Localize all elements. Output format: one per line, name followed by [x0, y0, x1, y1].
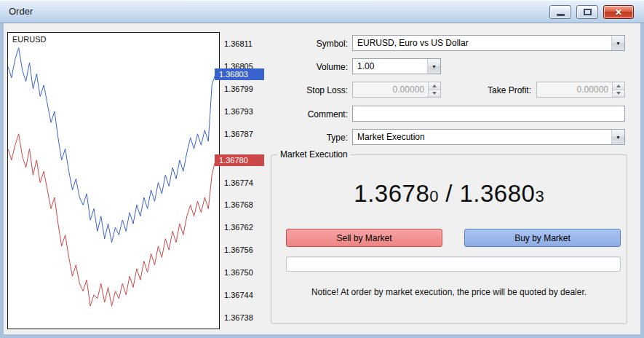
take-profit-label: Take Profit:	[453, 84, 531, 96]
spinner-up-icon	[616, 84, 621, 87]
comment-label: Comment:	[269, 109, 348, 120]
stop-loss-up-button[interactable]	[429, 82, 440, 90]
spinner-up-icon	[432, 84, 437, 87]
price-axis-label: 1.36756	[224, 245, 253, 255]
window-frame-left	[0, 23, 4, 338]
volume-dropdown-button[interactable]: ▼	[427, 59, 440, 74]
take-profit-field[interactable]: 0.00000	[536, 82, 625, 98]
volume-select-value: 1.00	[353, 61, 427, 71]
bid-price-main: 1.3678	[354, 180, 429, 207]
stop-loss-down-button[interactable]	[429, 90, 440, 98]
tick-chart: EURUSD	[7, 32, 220, 329]
close-button[interactable]: ✕	[603, 5, 634, 19]
minimize-button[interactable]	[549, 5, 571, 19]
window-frame-bottom	[0, 334, 644, 338]
spinner-down-icon	[432, 92, 437, 95]
bid-line	[8, 134, 219, 306]
order-dialog: Order ✕ EURUSD 1.368111.368051.367991.36…	[0, 0, 644, 338]
market-price-display: 1.36780 / 1.36803	[271, 180, 627, 208]
chevron-down-icon: ▼	[616, 41, 621, 46]
price-axis-label: 1.36811	[224, 39, 253, 49]
symbol-dropdown-button[interactable]: ▼	[611, 36, 624, 50]
volume-select[interactable]: 1.00 ▼	[352, 58, 441, 74]
stop-loss-spinner	[428, 82, 440, 97]
close-icon: ✕	[615, 7, 622, 17]
ask-price-small: 3	[535, 187, 544, 205]
maximize-button[interactable]	[576, 5, 598, 19]
stop-loss-label: Stop Loss:	[269, 84, 348, 96]
caption-buttons: ✕	[549, 5, 634, 19]
stop-loss-field[interactable]: 0.00000	[352, 82, 441, 98]
ask-price-badge: 1.36803	[215, 68, 264, 80]
type-select-value: Market Execution	[353, 132, 611, 142]
symbol-select-value: EURUSD, Euro vs US Dollar	[353, 38, 611, 48]
price-separator: /	[438, 180, 459, 207]
maximize-icon	[584, 9, 592, 15]
price-axis-label: 1.36744	[224, 290, 253, 300]
buy-by-market-button[interactable]: Buy by Market	[464, 229, 621, 247]
symbol-select[interactable]: EURUSD, Euro vs US Dollar ▼	[352, 35, 625, 51]
take-profit-down-button[interactable]	[613, 90, 624, 98]
execution-progress-bar	[286, 256, 621, 272]
minimize-icon	[557, 14, 565, 16]
ask-price-main: 1.3680	[460, 180, 536, 207]
price-axis-label: 1.36762	[224, 222, 253, 232]
take-profit-up-button[interactable]	[613, 82, 624, 90]
titlebar[interactable]: Order	[0, 0, 644, 23]
price-axis: 1.368111.368051.367991.367931.367871.367…	[222, 33, 266, 329]
notice-text: Notice! At order by market execution, th…	[271, 287, 627, 297]
sell-by-market-button[interactable]: Sell by Market	[286, 229, 442, 247]
price-axis-label: 1.36799	[224, 84, 253, 94]
symbol-label: Symbol:	[269, 38, 348, 50]
chevron-down-icon: ▼	[432, 64, 437, 69]
take-profit-value: 0.00000	[537, 82, 612, 97]
chart-plot	[8, 33, 219, 329]
group-label: Market Execution	[277, 149, 351, 160]
bid-price-small: 0	[429, 187, 438, 205]
bid-price-badge: 1.36780	[215, 154, 264, 166]
spinner-down-icon	[616, 92, 621, 95]
take-profit-spinner	[612, 82, 624, 97]
price-axis-label: 1.36738	[224, 313, 253, 323]
volume-label: Volume:	[269, 61, 348, 73]
chart-symbol-watermark: EURUSD	[12, 35, 46, 44]
type-dropdown-button[interactable]: ▼	[611, 130, 624, 144]
chevron-down-icon: ▼	[616, 135, 621, 140]
type-label: Type:	[269, 132, 348, 144]
ask-line	[8, 48, 219, 243]
comment-input[interactable]	[352, 106, 625, 122]
market-execution-group: Market Execution 1.36780 / 1.36803 Sell …	[271, 154, 627, 324]
window-title: Order	[9, 6, 33, 17]
window-frame-right	[640, 23, 644, 338]
price-axis-label: 1.36787	[224, 129, 253, 139]
stop-loss-value: 0.00000	[353, 82, 428, 97]
price-axis-label: 1.36774	[224, 178, 253, 188]
price-axis-label: 1.36750	[224, 267, 253, 278]
price-axis-label: 1.36768	[224, 200, 253, 210]
price-axis-label: 1.36793	[224, 106, 253, 117]
type-select[interactable]: Market Execution ▼	[352, 129, 625, 145]
